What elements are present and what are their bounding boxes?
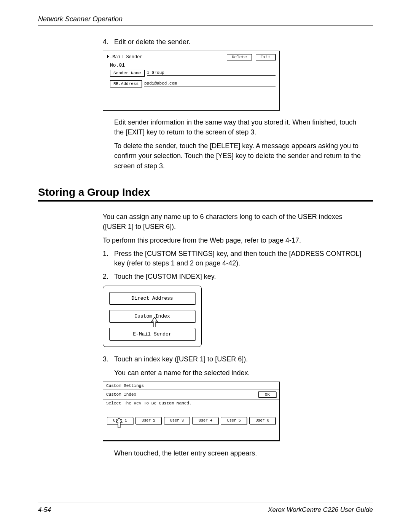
exit-button[interactable]: Exit: [256, 54, 276, 60]
panel3-title-row: Custom Settings: [103, 382, 279, 390]
pointer-arrow-icon: [151, 317, 158, 327]
pointer-arrow-icon: [115, 418, 123, 428]
step-3-after: When touched, the letter entry screen ap…: [114, 448, 365, 458]
step-3-number: 3.: [103, 355, 114, 364]
email-sender-panel: E-Mail Sender Delete Exit No.01 Sender N…: [103, 51, 280, 110]
panel3-sub-row: Custom Index OK: [103, 390, 279, 399]
sender-name-button[interactable]: Sender Name: [110, 70, 145, 77]
section-heading: Storing a Group Index: [38, 186, 373, 201]
step4-para2: To delete the sender, touch the [DELETE]…: [114, 141, 365, 171]
step-1-number: 1.: [103, 249, 114, 268]
panel3-instruction-row: Select The Key To Be Custom Named.: [103, 399, 279, 407]
user-3-tab[interactable]: User 3: [164, 417, 190, 424]
panel1-title: E-Mail Sender: [107, 54, 223, 60]
user-5-tab[interactable]: User 5: [221, 417, 247, 424]
sender-name-value: 1 Group: [147, 70, 276, 76]
delete-button[interactable]: Delete: [227, 54, 252, 60]
user-2-tab[interactable]: User 2: [135, 417, 162, 424]
re-address-button[interactable]: RE.Address: [110, 80, 142, 87]
page-footer: 4-54 Xerox WorkCentre C226 User Guide: [38, 503, 373, 514]
step-4-number: 4.: [103, 37, 114, 47]
email-sender-button[interactable]: E-Mail Sender: [109, 328, 195, 340]
panel3-title: Custom Settings: [106, 383, 144, 388]
step-3-text: Touch an index key ([USER 1] to [USER 6]…: [114, 355, 365, 364]
panel1-no: No.01: [110, 62, 276, 68]
custom-index-button[interactable]: Custom Index: [109, 310, 195, 323]
header-section-title: Network Scanner Operation: [38, 15, 123, 23]
step-4: 4. Edit or delete the sender.: [103, 37, 365, 47]
guide-title: Xerox WorkCentre C226 User Guide: [268, 506, 373, 514]
direct-address-button[interactable]: Direct Address: [109, 292, 195, 305]
intro-p1: You can assign any name up to 6 characte…: [103, 212, 365, 232]
step-2: 2. Touch the [CUSTOM INDEX] key.: [103, 272, 365, 281]
step-2-number: 2.: [103, 272, 114, 281]
panel3-tabs: User 1 User 2 User 3 User 4 User 5 User …: [103, 407, 279, 440]
panel3-sub: Custom Index: [106, 392, 136, 397]
panel3-instruction: Select The Key To Be Custom Named.: [106, 401, 191, 406]
step4-para1: Edit sender information in the same way …: [114, 117, 365, 137]
step-1: 1. Press the [CUSTOM SETTINGS] key, and …: [103, 249, 365, 268]
step-3-sub: You can enter a name for the selected in…: [114, 368, 365, 378]
step-3: 3. Touch an index key ([USER 1] to [USER…: [103, 355, 365, 364]
ok-button[interactable]: OK: [258, 391, 276, 398]
address-menu-panel: Direct Address Custom Index E-Mail Sende…: [103, 286, 202, 347]
re-address-value: ppd1@abcd.com: [144, 81, 276, 86]
step-2-text: Touch the [CUSTOM INDEX] key.: [114, 272, 365, 281]
intro-p2: To perform this procedure from the Web p…: [103, 235, 365, 245]
step-1-text: Press the [CUSTOM SETTINGS] key, and the…: [114, 249, 365, 268]
user-6-tab[interactable]: User 6: [249, 417, 276, 424]
custom-index-panel: Custom Settings Custom Index OK Select T…: [103, 382, 280, 441]
page-number: 4-54: [38, 506, 51, 514]
step-4-text: Edit or delete the sender.: [114, 37, 365, 47]
user-4-tab[interactable]: User 4: [192, 417, 218, 424]
page-header: Network Scanner Operation: [38, 15, 373, 26]
